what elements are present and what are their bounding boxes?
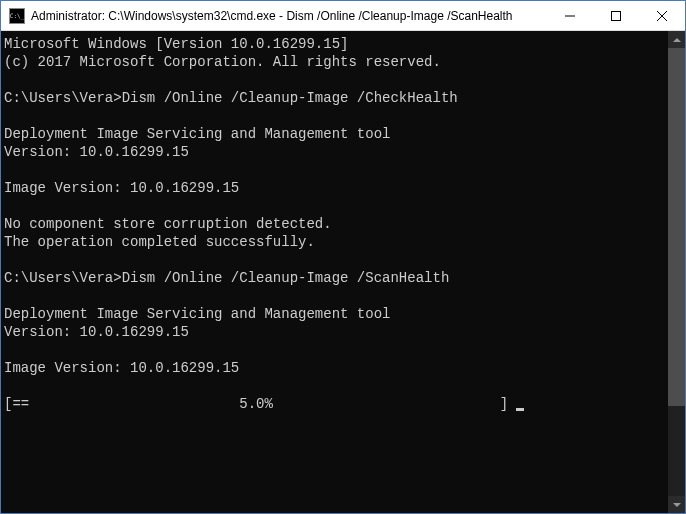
window-controls — [547, 1, 685, 30]
os-version-line: Microsoft Windows [Version 10.0.16299.15… — [4, 36, 348, 52]
tool-name-line: Deployment Image Servicing and Managemen… — [4, 306, 390, 322]
svg-marker-4 — [673, 38, 681, 42]
result-line: No component store corruption detected. — [4, 216, 332, 232]
window-title: Administrator: C:\Windows\system32\cmd.e… — [31, 9, 547, 23]
vertical-scrollbar[interactable] — [668, 31, 685, 513]
maximize-button[interactable] — [593, 1, 639, 30]
prompt-path: C:\Users\Vera> — [4, 270, 122, 286]
svg-marker-5 — [673, 503, 681, 507]
command-text: Dism /Online /Cleanup-Image /ScanHealth — [122, 270, 450, 286]
progress-bar-line: [== 5.0% ] — [4, 396, 516, 412]
command-text: Dism /Online /Cleanup-Image /CheckHealth — [122, 90, 458, 106]
image-version-line: Image Version: 10.0.16299.15 — [4, 180, 239, 196]
terminal-output[interactable]: Microsoft Windows [Version 10.0.16299.15… — [1, 31, 668, 513]
tool-version-line: Version: 10.0.16299.15 — [4, 144, 189, 160]
tool-version-line: Version: 10.0.16299.15 — [4, 324, 189, 340]
scroll-thumb[interactable] — [668, 48, 685, 406]
image-version-line: Image Version: 10.0.16299.15 — [4, 360, 239, 376]
window-titlebar: Administrator: C:\Windows\system32\cmd.e… — [1, 1, 685, 31]
cmd-icon — [9, 8, 25, 24]
copyright-line: (c) 2017 Microsoft Corporation. All righ… — [4, 54, 441, 70]
close-button[interactable] — [639, 1, 685, 30]
scroll-track[interactable] — [668, 48, 685, 496]
result-line: The operation completed successfully. — [4, 234, 315, 250]
prompt-path: C:\Users\Vera> — [4, 90, 122, 106]
text-cursor — [516, 408, 524, 411]
scroll-up-arrow[interactable] — [668, 31, 685, 48]
tool-name-line: Deployment Image Servicing and Managemen… — [4, 126, 390, 142]
svg-rect-1 — [612, 11, 621, 20]
terminal-container: Microsoft Windows [Version 10.0.16299.15… — [1, 31, 685, 513]
minimize-button[interactable] — [547, 1, 593, 30]
scroll-down-arrow[interactable] — [668, 496, 685, 513]
